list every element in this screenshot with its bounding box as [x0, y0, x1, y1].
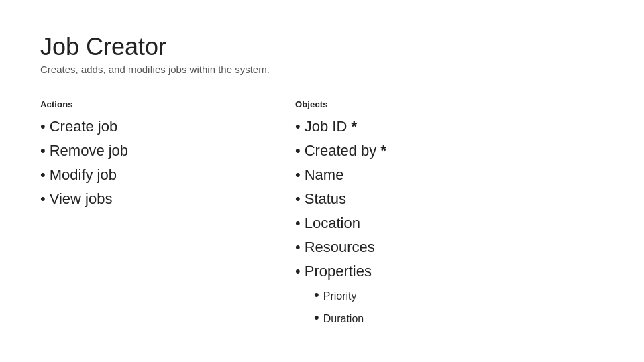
object-item-label: Created by * [305, 140, 386, 162]
action-item-label: Create job [50, 116, 118, 137]
bullet-icon: • [295, 188, 301, 210]
bullet-icon: • [295, 140, 301, 162]
objects-list: • Job ID * • Created by * • Name • Statu… [295, 116, 604, 328]
bullet-icon: • [295, 164, 301, 186]
sub-bullet-icon: • [314, 284, 319, 306]
bullet-icon: • [40, 164, 46, 186]
list-item: • Name [295, 164, 604, 186]
list-item: • Modify job [40, 164, 295, 186]
action-item-label: Modify job [50, 164, 117, 186]
actions-header: Actions [40, 99, 295, 109]
page-container: Job Creator Creates, adds, and modifies … [0, 0, 644, 362]
content-row: Actions • Create job • Remove job • Modi… [40, 99, 604, 330]
action-item-label: View jobs [50, 188, 113, 210]
bullet-icon: • [295, 213, 301, 234]
properties-sub-list: • Priority • Duration [314, 284, 604, 328]
objects-header: Objects [295, 99, 604, 109]
actions-column: Actions • Create job • Remove job • Modi… [40, 99, 295, 330]
bullet-icon: • [40, 188, 46, 210]
action-item-label: Remove job [50, 140, 128, 162]
actions-list: • Create job • Remove job • Modify job •… [40, 116, 295, 210]
objects-column: Objects • Job ID * • Created by * • Name… [295, 99, 604, 330]
page-title: Job Creator [40, 32, 604, 61]
sub-item-label: Priority [323, 288, 357, 304]
page-subtitle: Creates, adds, and modifies jobs within … [40, 64, 604, 75]
bullet-icon: • [295, 116, 301, 137]
object-item-label: Location [305, 213, 360, 234]
object-item-label: Job ID * [305, 116, 357, 137]
object-item-label: Name [305, 164, 344, 186]
list-item: • Properties [295, 261, 604, 282]
bullet-icon: • [40, 140, 46, 162]
object-item-label: Status [305, 188, 346, 210]
list-item: • Job ID * [295, 116, 604, 137]
list-item: • Location [295, 213, 604, 234]
object-item-label: Resources [305, 237, 375, 258]
sub-bullet-icon: • [314, 307, 319, 328]
list-item: • Remove job [40, 140, 295, 162]
list-item: • Duration [314, 307, 604, 328]
object-item-label: Properties [305, 261, 372, 282]
bullet-icon: • [40, 116, 46, 137]
list-item: • Create job [40, 116, 295, 137]
bullet-icon: • [295, 237, 301, 258]
bullet-icon: • [295, 261, 301, 282]
sub-item-label: Duration [323, 311, 364, 327]
list-item: • Resources [295, 237, 604, 258]
list-item: • View jobs [40, 188, 295, 210]
list-item: • Created by * [295, 140, 604, 162]
list-item: • Status [295, 188, 604, 210]
list-item: • Priority [314, 284, 604, 306]
